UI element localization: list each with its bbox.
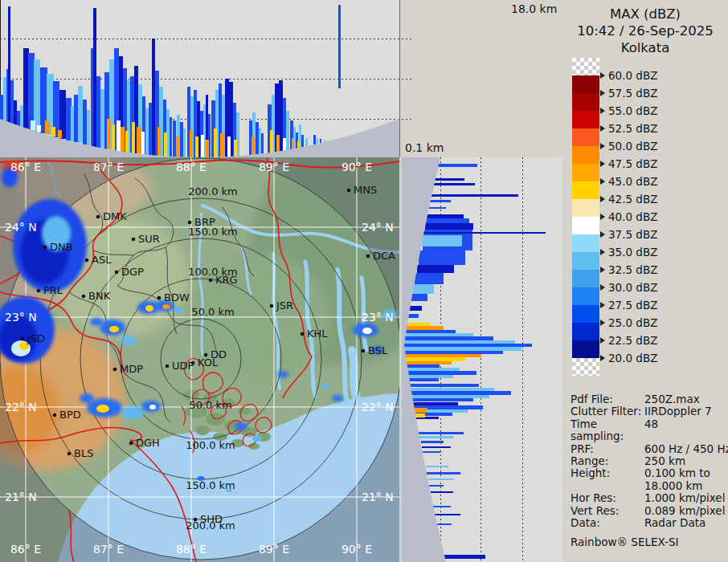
product-header: MAX (dBZ) 10:42 / 26-Sep-2025 Kolkata (562, 0, 728, 56)
info-row: Vert Res:0.089 km/pixel (571, 505, 728, 517)
info-value: Radar Data (644, 517, 706, 529)
software-brand: Rainbow® SELEX-SI (571, 536, 728, 548)
lon-label-top: 89° E (259, 161, 289, 173)
legend-tick: 42.5 dBZ (600, 193, 657, 205)
tick-label: 22.5 dBZ (608, 334, 657, 347)
city-label-MDP: MDP (120, 363, 143, 375)
legend-tick: 52.5 dBZ (600, 123, 657, 134)
color-band-35.0-dBZ (572, 252, 599, 270)
echo-column (31, 120, 35, 130)
info-row: Height:0.100 km to (571, 467, 728, 479)
echo-cell (149, 405, 156, 409)
tick-label: 50.0 dBZ (608, 140, 657, 153)
info-value: 1.000 km/pixel (644, 492, 725, 504)
color-band-45.0-dBZ (572, 181, 599, 199)
info-value: 48 (644, 418, 658, 443)
city-dot-SUR (132, 238, 136, 242)
lon-label-top: 87° E (93, 161, 124, 173)
echo-row (425, 223, 473, 230)
echo-row (444, 555, 485, 559)
info-row: Pdf File:250Z.max (571, 393, 728, 405)
info-label: Range: (571, 455, 644, 467)
product-datetime: 10:42 / 26-Sep-2025 (562, 22, 728, 39)
city-dot-MNS (347, 189, 351, 193)
tick-label: 45.0 dBZ (608, 175, 657, 188)
city-label-ASL: ASL (92, 254, 112, 266)
info-value: 18.000 km (644, 480, 703, 492)
color-scale (572, 58, 599, 376)
product-info-panel: Pdf File:250Z.maxClutter Filter:IIRDoppl… (571, 393, 728, 549)
legend-tick: 25.0 dBZ (600, 317, 657, 328)
city-dot-ASL (85, 259, 89, 263)
lon-label-top: 86° E (10, 161, 41, 173)
echo-cell (252, 435, 262, 442)
transparent-band-below-min (572, 358, 599, 376)
echo-column (125, 131, 129, 153)
city-label-PRL: PRL (43, 284, 63, 296)
echo-row (433, 183, 475, 185)
city-dot-JSR (270, 304, 274, 308)
tick-label: 52.5 dBZ (608, 122, 657, 135)
echo-row (437, 523, 452, 525)
tick-arrow-icon (600, 72, 605, 79)
height-gridline (481, 157, 481, 562)
tick-label: 25.0 dBZ (608, 316, 657, 329)
echo-column (305, 138, 308, 146)
tick-arrow-icon (600, 320, 605, 326)
legend-tick: 22.5 dBZ (600, 335, 657, 346)
city-label-JSR: JSR (276, 299, 293, 312)
right-height-profile-panel (402, 157, 562, 562)
city-label-KRG: KRG (215, 274, 238, 286)
color-band-30.0-dBZ (572, 287, 599, 305)
color-band-57.5-dBZ (572, 93, 599, 111)
city-label-DCA: DCA (373, 250, 395, 262)
echo-column (164, 132, 167, 157)
echo-column (201, 135, 204, 159)
city-dot-BDW (157, 296, 162, 300)
echo-column (51, 127, 55, 136)
echo-row (419, 250, 465, 265)
echo-row (407, 314, 419, 318)
echo-column (190, 130, 193, 159)
echo-cell (96, 405, 109, 413)
radar-map: 86° E86° E87° E87° E88° E88° E89° E89° E… (0, 157, 399, 562)
lat-label-right: 22° N (362, 401, 394, 413)
echo-column (286, 111, 289, 150)
lon-label-bottom: 86° E (10, 543, 41, 556)
echo-row (419, 432, 464, 434)
city-label-BRP: BRP (194, 216, 215, 228)
info-row: PRF:600 Hz / 450 Hz (571, 443, 728, 455)
radar-product-screen: { "header": { "product": "MAX (dBZ)", "d… (0, 0, 728, 562)
range-ring-label-north: 200.0 km (188, 185, 238, 198)
range-ring-label-south: 100.0 km (186, 439, 235, 451)
city-dot-BSL (362, 349, 366, 353)
info-label: Hor Res: (571, 492, 644, 504)
echo-row (410, 384, 479, 387)
legend-tick: 30.0 dBZ (600, 282, 657, 293)
tick-arrow-icon (600, 178, 605, 185)
echo-cell (145, 305, 153, 312)
station-name: Kolkata (562, 39, 728, 56)
city-label-DMK: DMK (103, 210, 127, 222)
height-axis-max-label: 18.0 km (511, 2, 557, 15)
city-dot-KHL (301, 332, 305, 336)
echo-row (411, 294, 427, 301)
echo-column (141, 132, 145, 155)
echo-column (313, 135, 316, 145)
echo-row (413, 284, 434, 294)
echo-column (252, 136, 255, 156)
echo-row (435, 514, 460, 515)
tick-arrow-icon (600, 231, 605, 238)
color-band-52.5-dBZ (572, 128, 599, 146)
echo-column (45, 120, 50, 134)
city-dot-BLS (67, 452, 72, 456)
legend-tick: 27.5 dBZ (600, 299, 657, 311)
legend-tick: 57.5 dBZ (600, 88, 657, 99)
legend-tick: 60.0 dBZ (600, 70, 657, 81)
tick-label: 47.5 dBZ (608, 157, 657, 170)
tick-arrow-icon (600, 143, 605, 149)
color-band-40.0-dBZ (572, 217, 599, 234)
echo-row (408, 378, 439, 381)
echo-row (426, 466, 448, 467)
lat-label-left: 23° N (5, 311, 37, 324)
